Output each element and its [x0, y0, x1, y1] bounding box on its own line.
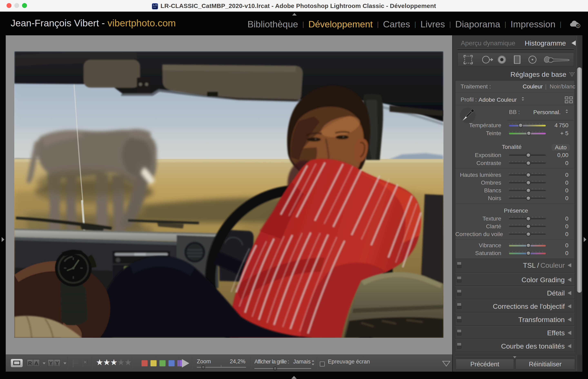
svg-text:!: !	[577, 24, 579, 28]
